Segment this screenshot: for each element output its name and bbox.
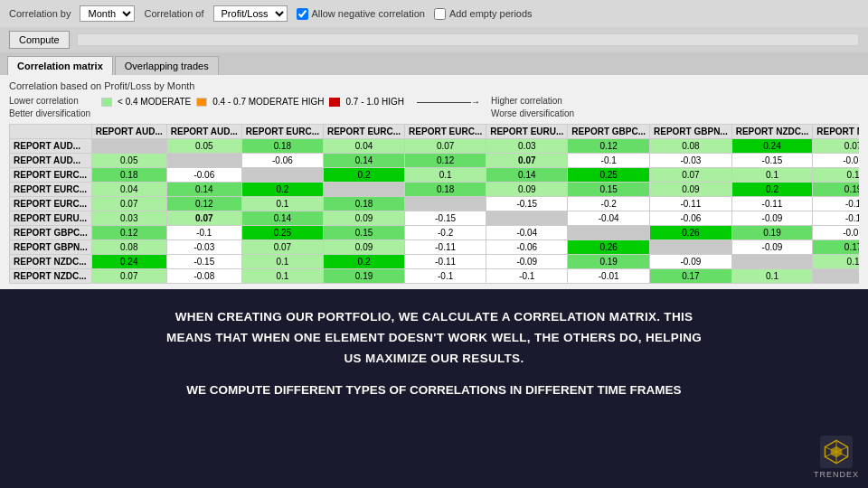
- row-label: REPORT GBPC...: [10, 226, 92, 240]
- row-label: REPORT EURC...: [10, 183, 92, 197]
- higher-correlation-text: Higher correlation Worse diversification: [491, 95, 574, 120]
- cell: -0.09: [486, 255, 568, 269]
- progress-bar: [77, 33, 859, 46]
- cell: 0.09: [486, 183, 568, 197]
- cell: -0.1: [568, 154, 650, 168]
- cell: -0.15: [731, 154, 813, 168]
- cell: [650, 240, 732, 255]
- cell: -0.06: [486, 240, 568, 255]
- table-row: REPORT NZDC... 0.07 -0.08 0.1 0.19 -0.1 …: [10, 269, 860, 284]
- cell: -0.15: [405, 211, 486, 226]
- cell: 0.07: [241, 240, 323, 255]
- toolbar: Correlation by Month Correlation of Prof…: [0, 0, 868, 27]
- cell: 0.18: [241, 139, 323, 154]
- cell: 0.19: [731, 226, 813, 240]
- cell: -0.06: [241, 154, 323, 168]
- add-empty-checkbox[interactable]: [434, 8, 446, 20]
- cell: -0.1: [813, 197, 859, 211]
- matrix-table: REPORT AUD... REPORT AUD... REPORT EURC.…: [9, 124, 859, 284]
- correlation-by-select[interactable]: Month: [80, 5, 135, 22]
- table-row: REPORT EURC... 0.04 0.14 0.2 0.18 0.09 0…: [10, 183, 860, 197]
- cell: 0.08: [650, 139, 732, 154]
- table-row: REPORT EURC... 0.07 0.12 0.1 0.18 -0.15 …: [10, 197, 860, 211]
- cell: -0.09: [731, 211, 813, 226]
- cell: 0.18: [323, 197, 404, 211]
- correlation-of-select[interactable]: Profit/Loss: [213, 5, 288, 22]
- cell: -0.06: [166, 168, 241, 183]
- cell: -0.15: [486, 197, 568, 211]
- col-header-7: REPORT GBPC...: [568, 125, 650, 139]
- col-header-empty: [10, 125, 92, 139]
- cell: -0.09: [731, 240, 813, 255]
- col-header-8: REPORT GBPN...: [650, 125, 732, 139]
- cell: 0.1: [731, 269, 813, 284]
- cell: 0.25: [241, 226, 323, 240]
- cell: 0.09: [650, 183, 732, 197]
- row-label: REPORT EURC...: [10, 168, 92, 183]
- row-label: REPORT EURU...: [10, 211, 92, 226]
- bottom-text-1: WHEN CREATING OUR PORTFOLIO, WE CALCULAT…: [54, 307, 814, 370]
- arrow-indicator: ——————→: [417, 97, 480, 107]
- allow-negative-checkbox[interactable]: [297, 8, 308, 20]
- compute-button[interactable]: Compute: [9, 31, 70, 49]
- cell: 0.19: [813, 183, 859, 197]
- table-row: REPORT AUD... 0.05 -0.06 0.14 0.12 0.07 …: [10, 154, 860, 168]
- cell: -0.06: [650, 211, 732, 226]
- cell: [568, 226, 650, 240]
- cell: 0.2: [323, 255, 404, 269]
- col-header-10: REPORT NZDC...: [813, 125, 859, 139]
- bottom-text-2: WE COMPUTE DIFFERENT TYPES OF CORRELATIO…: [54, 380, 814, 401]
- tab-correlation-matrix[interactable]: Correlation matrix: [7, 56, 113, 75]
- table-row: REPORT EURC... 0.18 -0.06 0.2 0.1 0.14 0…: [10, 168, 860, 183]
- cell: 0.07: [650, 168, 732, 183]
- cell: -0.1: [813, 211, 859, 226]
- cell: [813, 269, 859, 284]
- cell: -0.09: [650, 255, 732, 269]
- moderate-legend-box: [101, 98, 112, 107]
- col-header-3: REPORT EURC...: [241, 125, 323, 139]
- cell: [91, 139, 166, 154]
- cell: 0.12: [568, 139, 650, 154]
- col-header-2: REPORT AUD...: [166, 125, 241, 139]
- cell: 0.1: [241, 197, 323, 211]
- row-label: REPORT AUD...: [10, 154, 92, 168]
- cell: 0.07: [405, 139, 486, 154]
- table-row: REPORT GBPC... 0.12 -0.1 0.25 0.15 -0.2 …: [10, 226, 860, 240]
- cell: -0.1: [486, 269, 568, 284]
- cell: 0.14: [241, 211, 323, 226]
- moderate-high-legend-box: [196, 98, 207, 107]
- cell: -0.11: [650, 197, 732, 211]
- tab-bar: Correlation matrix Overlapping trades: [0, 52, 868, 75]
- cell: 0.07: [91, 197, 166, 211]
- moderate-high-legend-label: 0.4 - 0.7 MODERATE HIGH: [212, 97, 324, 107]
- content-panel: Correlation based on Profit/Loss by Mont…: [0, 75, 868, 289]
- cell: 0.18: [91, 168, 166, 183]
- cell: -0.1: [166, 226, 241, 240]
- cell: 0.2: [323, 168, 404, 183]
- row-label: REPORT EURC...: [10, 197, 92, 211]
- cell: -0.04: [486, 226, 568, 240]
- cell: 0.04: [91, 183, 166, 197]
- cell: 0.12: [166, 197, 241, 211]
- trendex-logo-icon: [820, 436, 853, 468]
- cell: -0.01: [568, 269, 650, 284]
- cell: 0.18: [405, 183, 486, 197]
- table-row: REPORT GBPN... 0.08 -0.03 0.07 0.09 -0.1…: [10, 240, 860, 255]
- add-empty-label: Add empty periods: [449, 8, 533, 19]
- cell: 0.19: [323, 269, 404, 284]
- cell: 0.07: [166, 211, 241, 226]
- cell: 0.12: [405, 154, 486, 168]
- cell: 0.03: [91, 211, 166, 226]
- cell: 0.04: [323, 139, 404, 154]
- cell: [486, 211, 568, 226]
- table-row: REPORT NZDC... 0.24 -0.15 0.1 0.2 -0.11 …: [10, 255, 860, 269]
- cell: 0.09: [323, 240, 404, 255]
- table-row: REPORT EURU... 0.03 0.07 0.14 0.09 -0.15…: [10, 211, 860, 226]
- cell: -0.2: [568, 197, 650, 211]
- cell: [241, 168, 323, 183]
- col-header-5: REPORT EURC...: [405, 125, 486, 139]
- tab-overlapping-trades[interactable]: Overlapping trades: [115, 56, 219, 75]
- high-legend-box: [329, 98, 340, 107]
- cell: 0.09: [323, 211, 404, 226]
- lower-correlation-text: Lower correlation Better diversification: [9, 95, 90, 120]
